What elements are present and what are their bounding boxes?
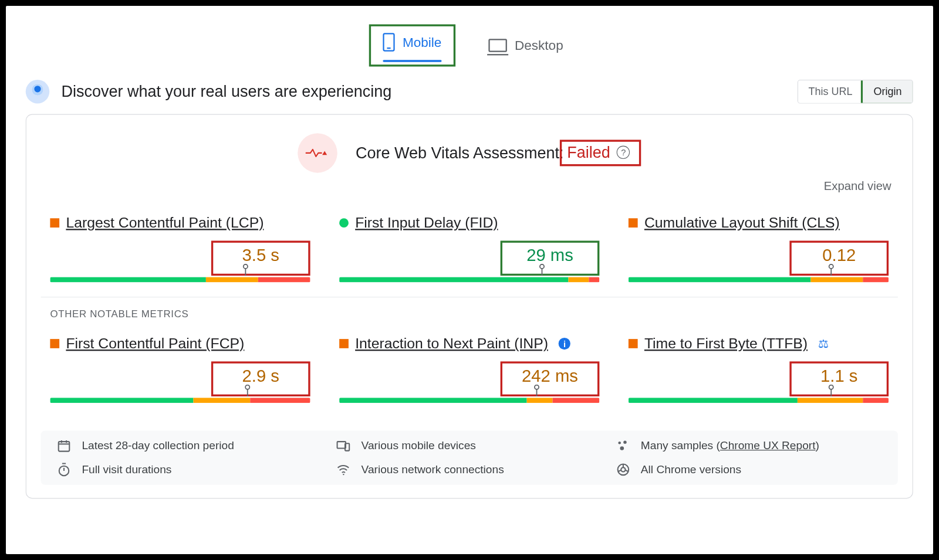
svg-point-20 [343,474,344,475]
status-dot-good [339,218,349,228]
svg-marker-0 [322,151,327,155]
metric-inp-value-box: 242 ms [501,361,600,396]
svg-point-3 [540,264,544,269]
distribution-bar [50,398,310,403]
assessment-status-box: Failed ? [560,140,641,166]
info-versions-text: All Chrome versions [641,463,741,477]
metric-fid-link[interactable]: First Input Delay (FID) [355,215,498,232]
metric-lcp-value-box: 3.5 s [211,241,310,276]
network-icon [336,463,352,477]
assessment-icon [298,133,337,173]
info-durations-text: Full visit durations [82,463,171,477]
info-devices-text: Various mobile devices [362,439,476,453]
expand-view-link[interactable]: Expand view [41,179,898,194]
distribution-bar [339,398,599,403]
tab-desktop-label: Desktop [515,38,563,53]
assessment-label: Core Web Vitals Assessment: [356,144,564,162]
metric-inp: Interaction to Next Paint (INP)i242 ms [333,322,606,416]
metric-fcp-value: 2.9 s [221,366,300,386]
experimental-icon[interactable]: ⚖ [818,337,829,351]
marker-icon [538,264,546,276]
mobile-icon [383,33,394,52]
tab-mobile-highlight: Mobile [369,25,455,67]
marker-icon [241,264,249,276]
metric-lcp-link[interactable]: Largest Contentful Paint (LCP) [66,215,264,232]
metric-fid-value-box: 29 ms [501,241,600,276]
metric-cls-link[interactable]: Cumulative Layout Shift (CLS) [644,215,840,232]
metric-ttfb-value: 1.1 s [799,366,879,386]
info-grid: Latest 28-day collection period Various … [41,431,898,485]
svg-point-7 [246,385,250,389]
metric-inp-link[interactable]: Interaction to Next Paint (INP) [355,335,548,352]
device-tabs: Mobile Desktop [6,6,933,80]
metric-cls-value: 0.12 [799,245,879,266]
distribution-bar [339,277,599,282]
info-samples: Many samples (Chrome UX Report) [616,439,882,453]
status-square-ni [50,339,59,348]
users-icon [26,80,50,104]
field-data-card: Core Web Vitals Assessment: Failed ? Exp… [26,114,913,499]
scope-origin[interactable]: Origin [863,80,913,103]
info-devices: Various mobile devices [336,439,603,453]
metric-cls-value-box: 0.12 [789,241,889,276]
status-square-ni [50,218,59,228]
info-samples-text: Many samples (Chrome UX Report) [641,439,819,453]
marker-icon [533,385,541,396]
stopwatch-icon [57,463,73,477]
metric-fid-value: 29 ms [511,245,590,266]
metric-ttfb-value-box: 1.1 s [789,361,889,396]
other-metrics-label: OTHER NOTABLE METRICS [41,306,898,320]
svg-point-22 [621,467,625,471]
info-network: Various network connections [336,463,603,477]
status-square-ni [629,339,638,348]
distribution-bar [50,277,310,282]
scope-origin-highlight: Origin [861,80,913,104]
metric-fcp-value-box: 2.9 s [211,361,310,396]
marker-icon [827,385,836,396]
svg-point-1 [243,264,247,269]
distribution-bar [629,398,889,403]
chrome-ux-report-link[interactable]: Chrome UX Report [720,439,816,452]
metric-cls: Cumulative Layout Shift (CLS)0.12 [622,201,896,296]
svg-point-17 [623,441,626,444]
pulse-icon [305,147,329,160]
metric-fcp: First Contentful Paint (FCP)2.9 s [43,322,317,416]
assessment-row: Core Web Vitals Assessment: Failed ? [41,133,898,173]
svg-point-16 [618,442,621,444]
chrome-icon [616,463,631,477]
tab-desktop[interactable]: Desktop [482,25,570,67]
marker-icon [827,264,836,276]
info-period: Latest 28-day collection period [57,439,323,453]
metric-fid: First Input Delay (FID)29 ms [333,201,606,296]
svg-point-9 [535,385,539,389]
metric-ttfb-link[interactable]: Time to First Byte (TTFB) [644,335,808,352]
svg-point-11 [829,385,833,389]
info-period-text: Latest 28-day collection period [82,439,234,453]
assessment-status: Failed [567,143,610,162]
page-title: Discover what your real users are experi… [62,83,786,101]
metric-ttfb: Time to First Byte (TTFB)⚖1.1 s [622,322,896,416]
tab-mobile[interactable]: Mobile [376,29,448,55]
divider [41,297,898,297]
info-versions: All Chrome versions [616,463,882,477]
info-durations: Full visit durations [57,463,323,477]
svg-point-5 [829,264,833,269]
metric-fcp-link[interactable]: First Contentful Paint (FCP) [66,335,244,352]
header-row: Discover what your real users are experi… [6,80,933,111]
info-network-text: Various network connections [362,463,504,477]
tab-mobile-label: Mobile [403,35,441,50]
other-metrics-grid: First Contentful Paint (FCP)2.9 sInterac… [41,319,898,416]
scope-toggle: This URL Origin [797,80,913,104]
calendar-icon [57,439,73,453]
svg-point-18 [620,446,624,450]
devices-icon [336,439,352,453]
info-icon[interactable]: i [559,338,570,349]
svg-rect-13 [59,442,70,452]
scope-this-url[interactable]: This URL [798,80,863,103]
status-square-ni [629,218,638,228]
metric-inp-value: 242 ms [511,366,590,386]
core-metrics-grid: Largest Contentful Paint (LCP)3.5 sFirst… [41,199,898,296]
desktop-icon [488,39,507,52]
metric-lcp-value: 3.5 s [221,245,300,266]
help-icon[interactable]: ? [617,146,630,159]
